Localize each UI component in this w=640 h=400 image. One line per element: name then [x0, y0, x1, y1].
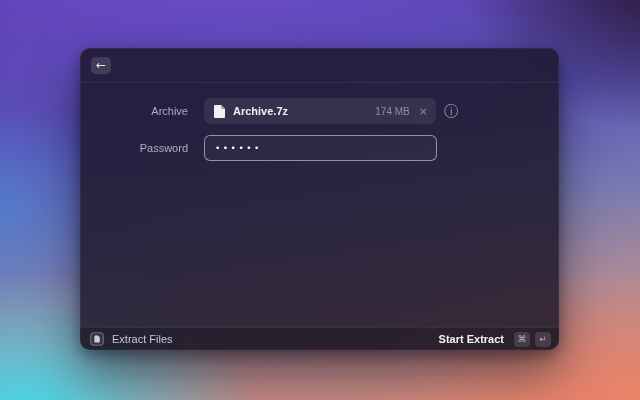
footer-app-identity: Extract Files — [90, 332, 173, 346]
archive-filesize: 174 MB — [375, 106, 409, 117]
form-area: Archive Archive.7z 174 MB × ⓘ Password — [80, 83, 559, 327]
archive-row: Archive Archive.7z 174 MB × ⓘ — [80, 98, 559, 124]
archive-label: Archive — [80, 105, 188, 117]
password-row: Password — [80, 135, 559, 161]
extract-app-icon — [90, 332, 104, 346]
archive-file-chip[interactable]: Archive.7z 174 MB × — [204, 98, 436, 124]
start-extract-label: Start Extract — [439, 333, 504, 345]
footer-bar: Extract Files Start Extract ⌘ ↵ — [80, 327, 559, 350]
back-button[interactable]: ← — [91, 57, 111, 74]
command-key-icon: ⌘ — [514, 332, 530, 347]
extract-files-window: ← Archive Archive.7z 174 MB × ⓘ Password — [80, 48, 559, 350]
archive-filename: Archive.7z — [233, 105, 375, 117]
window-titlebar: ← — [80, 48, 559, 83]
password-input[interactable] — [204, 135, 437, 161]
back-arrow-icon: ← — [96, 57, 106, 73]
remove-file-icon[interactable]: × — [419, 106, 428, 117]
password-label: Password — [80, 142, 188, 154]
document-icon — [214, 105, 225, 118]
return-key-icon: ↵ — [535, 332, 551, 347]
start-extract-button[interactable]: Start Extract ⌘ ↵ — [439, 332, 551, 347]
footer-app-label: Extract Files — [112, 333, 173, 345]
info-icon[interactable]: ⓘ — [444, 103, 458, 119]
